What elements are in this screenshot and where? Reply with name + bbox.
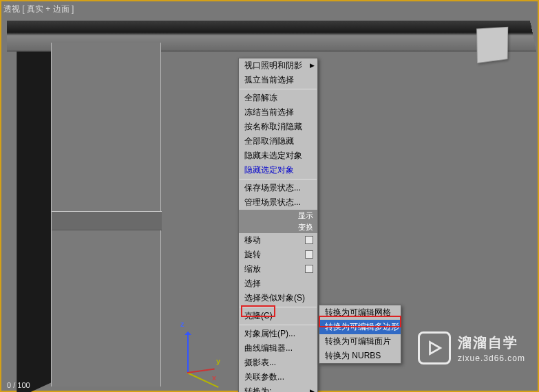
svg-marker-0 bbox=[430, 342, 440, 353]
menu-isolate-selection[interactable]: 孤立当前选择 bbox=[239, 73, 317, 87]
submenu-nurbs[interactable]: 转换为 NURBS bbox=[319, 349, 401, 363]
menu-curve-editor[interactable]: 曲线编辑器... bbox=[239, 341, 317, 356]
viewport-label: 透视 [ 真实 + 边面 ] bbox=[3, 3, 74, 15]
menu-select[interactable]: 选择 bbox=[239, 276, 317, 291]
submenu-editable-mesh[interactable]: 转换为可编辑网格 bbox=[319, 305, 401, 320]
menu-move[interactable]: 移动 bbox=[239, 233, 317, 248]
axis-label-y: y bbox=[216, 357, 220, 365]
menu-unhide-by-name[interactable]: 按名称取消隐藏 bbox=[239, 120, 317, 134]
column bbox=[51, 43, 161, 386]
menu-separator bbox=[240, 179, 317, 179]
menu-object-properties[interactable]: 对象属性(P)... bbox=[239, 327, 317, 341]
menu-scale[interactable]: 缩放 bbox=[239, 262, 317, 276]
menu-rotate[interactable]: 旋转 bbox=[239, 248, 317, 262]
axis-label-z: z bbox=[180, 320, 184, 328]
watermark-title: 溜溜自学 bbox=[458, 334, 525, 352]
viewport[interactable]: 透视 [ 真实 + 边面 ] z y x 0 / 100 视口照明和阴影 孤立当… bbox=[0, 0, 539, 392]
menu-header-transform: 变换 bbox=[239, 221, 317, 233]
menu-hide-selection[interactable]: 隐藏选定对象 bbox=[239, 163, 317, 177]
viewcube[interactable] bbox=[476, 27, 508, 63]
axis-x bbox=[187, 368, 215, 373]
status-bar: 0 / 100 bbox=[1, 380, 36, 391]
menu-clone[interactable]: 克隆(C) bbox=[239, 309, 317, 323]
menu-separator bbox=[240, 325, 317, 325]
watermark: 溜溜自学 zixue.3d66.com bbox=[418, 331, 525, 364]
menu-select-similar[interactable]: 选择类似对象(S) bbox=[239, 291, 317, 305]
menu-wire-parameters[interactable]: 关联参数... bbox=[239, 370, 317, 384]
axis-label-x: x bbox=[212, 373, 216, 382]
submenu-editable-poly[interactable]: 转换为可编辑多边形 bbox=[319, 320, 401, 334]
context-menu-main: 视口照明和阴影 孤立当前选择 全部解冻 冻结当前选择 按名称取消隐藏 全部取消隐… bbox=[238, 58, 318, 392]
watermark-url: zixue.3d66.com bbox=[458, 353, 525, 363]
axis-gizmo[interactable]: z y x bbox=[160, 325, 215, 380]
shelf-mid bbox=[52, 211, 162, 230]
menu-header-display: 显示 bbox=[239, 210, 317, 221]
column-shadow bbox=[17, 25, 52, 392]
menu-manage-scene-state[interactable]: 管理场景状态... bbox=[239, 195, 317, 210]
menu-freeze-selection[interactable]: 冻结当前选择 bbox=[239, 105, 317, 120]
menu-separator bbox=[240, 307, 317, 307]
submenu-editable-patch[interactable]: 转换为可编辑面片 bbox=[319, 334, 401, 349]
menu-separator bbox=[240, 89, 317, 89]
menu-convert-to[interactable]: 转换为: bbox=[239, 384, 317, 392]
menu-unhide-all[interactable]: 全部取消隐藏 bbox=[239, 134, 317, 149]
menu-dope-sheet[interactable]: 摄影表... bbox=[239, 356, 317, 370]
play-icon bbox=[418, 331, 451, 364]
context-submenu-convert: 转换为可编辑网格 转换为可编辑多边形 转换为可编辑面片 转换为 NURBS bbox=[319, 305, 401, 364]
axis-z bbox=[187, 332, 189, 373]
menu-viewport-lighting[interactable]: 视口照明和阴影 bbox=[239, 58, 317, 73]
menu-hide-unselected[interactable]: 隐藏未选定对象 bbox=[239, 149, 317, 163]
menu-unfreeze-all[interactable]: 全部解冻 bbox=[239, 91, 317, 105]
menu-save-scene-state[interactable]: 保存场景状态... bbox=[239, 181, 317, 195]
